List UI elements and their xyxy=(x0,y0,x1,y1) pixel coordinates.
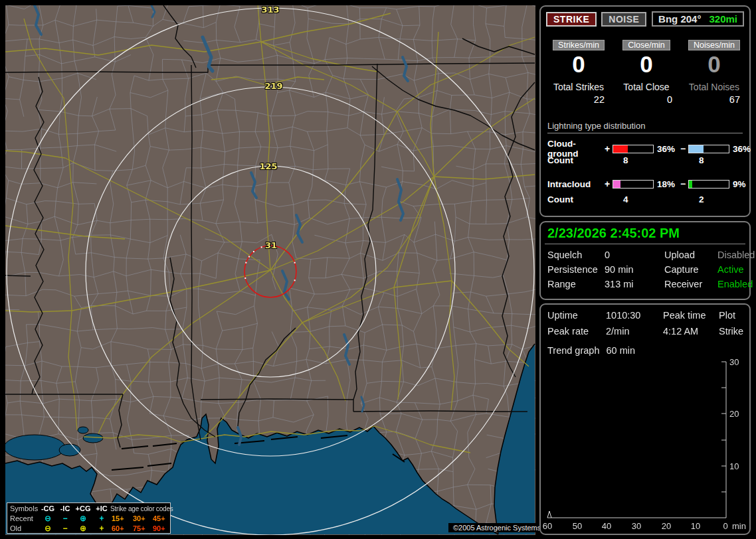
legend-col-pos-ic: +IC xyxy=(93,504,110,514)
peak-time-label: Peak time xyxy=(663,310,719,321)
minus-sign: − xyxy=(680,179,688,189)
status-panel: 2/23/2026 2:45:02 PM Squelch 0 Upload Di… xyxy=(539,221,751,300)
plus-sign: + xyxy=(605,143,613,154)
legend-old-label: Old xyxy=(10,524,39,534)
x-tick-20: 20 xyxy=(662,521,671,531)
copyright-notice: ©2005 Astrogenic Systems xyxy=(448,523,545,532)
trend-graph-label: Trend graph xyxy=(547,345,599,356)
ic-minus-bar xyxy=(688,180,729,189)
close-per-min-label: Close/min xyxy=(622,40,670,50)
range-label: Range xyxy=(547,279,605,289)
receiver-status: Enabled xyxy=(717,279,755,289)
recent-neg-cg-icon: ⊖ xyxy=(39,514,57,524)
total-strikes-label: Total Strikes xyxy=(545,82,613,92)
trend-chart: 30 20 10 60 50 40 30 20 10 0 min xyxy=(541,358,749,533)
total-noises-label: Total Noises xyxy=(680,82,748,92)
legend-header-row: Symbols -CG -IC +CG +IC Strike age color… xyxy=(10,504,170,514)
legend-age-header: Strike age color codes xyxy=(110,504,170,514)
intracloud-count-row: Count 4 2 xyxy=(541,194,749,206)
recent-neg-ic-icon: − xyxy=(57,514,73,524)
old-pos-cg-icon: ⊕ xyxy=(73,524,93,534)
ic-minus-pct: 9% xyxy=(729,179,746,189)
legend-recent-row: Recent ⊖ − ⊕ + 15+ 30+ 45+ xyxy=(10,514,170,524)
strike-toggle-button[interactable]: STRIKE xyxy=(546,12,597,27)
x-tick-50: 50 xyxy=(573,521,582,531)
trend-graph-window: 60 min xyxy=(606,345,635,356)
ic-count-label: Count xyxy=(547,194,605,206)
strikes-counter: Strikes/min 0 Total Strikes 22 xyxy=(545,38,613,105)
legend-col-neg-cg: -CG xyxy=(39,504,57,514)
close-per-min-value: 0 xyxy=(613,52,680,77)
cg-count-label: Count xyxy=(547,155,605,167)
cg-plus-count: 8 xyxy=(613,155,654,167)
bearing-label: Bng 204° xyxy=(658,13,701,25)
counters-panel: STRIKE NOISE Bng 204° 320mi Strikes/min … xyxy=(539,5,751,217)
peak-rate-label: Peak rate xyxy=(547,326,606,337)
range-value: 313 mi xyxy=(605,279,664,289)
age-45: 45+ xyxy=(151,514,170,524)
age-30: 30+ xyxy=(132,514,151,524)
cg-minus-count: 8 xyxy=(688,155,729,167)
rate-counters: Strikes/min 0 Total Strikes 22 Close/min… xyxy=(541,27,749,105)
minus-sign: − xyxy=(680,143,688,154)
persistence-label: Persistence xyxy=(547,264,605,275)
ic-plus-bar xyxy=(613,180,654,189)
strikes-per-min-value: 0 xyxy=(545,52,613,77)
recent-pos-ic-icon: + xyxy=(93,514,110,524)
range-ring-label-219: 219 xyxy=(264,81,282,91)
legend-old-row: Old ⊖ − ⊕ + 60+ 75+ 90+ xyxy=(10,524,170,534)
symbols-legend: Symbols -CG -IC +CG +IC Strike age color… xyxy=(7,502,171,534)
distribution-title: Lightning type distribution xyxy=(547,121,743,133)
total-noises-value: 67 xyxy=(680,94,748,105)
x-tick-0: 0 xyxy=(723,521,727,531)
capture-status: Active xyxy=(717,264,755,275)
legend-symbols-header: Symbols xyxy=(10,504,39,514)
close-counter: Close/min 0 Total Close 0 xyxy=(613,38,680,105)
old-neg-cg-icon: ⊖ xyxy=(39,524,57,534)
trend-panel: Uptime 1010:30 Peak time Plot Peak rate … xyxy=(539,303,751,535)
cloud-ground-row: Cloud-ground + 36% − 36% xyxy=(541,139,749,151)
strikes-per-min-label: Strikes/min xyxy=(553,40,605,50)
plus-sign: + xyxy=(605,179,613,189)
x-tick-10: 10 xyxy=(691,521,700,531)
status-grid: Squelch 0 Upload Disabled Persistence 90… xyxy=(541,244,749,295)
y-tick-30: 30 xyxy=(729,358,739,367)
range-ring-label-125: 125 xyxy=(259,161,277,171)
ic-plus-pct: 18% xyxy=(654,179,680,189)
plot-value: Strike xyxy=(719,326,743,337)
legend-col-pos-cg: +CG xyxy=(73,504,93,514)
datetime-display: 2/23/2026 2:45:02 PM xyxy=(541,222,749,244)
bearing-readout: Bng 204° 320mi xyxy=(652,11,744,27)
old-neg-ic-icon: − xyxy=(57,524,73,534)
squelch-value: 0 xyxy=(605,250,664,260)
cg-plus-pct: 36% xyxy=(654,144,680,154)
mode-button-row: STRIKE NOISE Bng 204° 320mi xyxy=(541,7,749,27)
trend-line xyxy=(547,511,551,518)
lightning-map: 313 219 125 31 Symbols -CG -IC +CG +IC S… xyxy=(5,5,535,535)
upload-label: Upload xyxy=(664,250,717,260)
noises-per-min-value: 0 xyxy=(680,52,748,77)
total-strikes-value: 22 xyxy=(545,94,613,105)
noise-toggle-button[interactable]: NOISE xyxy=(601,12,646,27)
capture-label: Capture xyxy=(664,264,717,275)
cg-minus-pct: 36% xyxy=(729,144,751,154)
receiver-label: Receiver xyxy=(664,279,717,289)
y-tick-20: 20 xyxy=(729,409,739,419)
age-60: 60+ xyxy=(110,524,132,534)
age-75: 75+ xyxy=(132,524,151,534)
peak-time-value: 4:12 AM xyxy=(663,326,719,337)
app-root: { "map": { "ring_labels": ["313", "219",… xyxy=(0,0,756,539)
intracloud-label: Intracloud xyxy=(547,179,605,189)
x-tick-30: 30 xyxy=(632,521,641,531)
x-tick-40: 40 xyxy=(602,521,611,531)
uptime-grid: Uptime 1010:30 Peak time Plot Peak rate … xyxy=(541,305,749,337)
cg-minus-bar xyxy=(688,145,729,153)
ic-minus-count: 2 xyxy=(688,194,729,206)
plot-label: Plot xyxy=(719,310,743,321)
uptime-value: 1010:30 xyxy=(606,310,663,321)
uptime-label: Uptime xyxy=(547,310,606,321)
upload-status: Disabled xyxy=(717,250,755,260)
x-axis-unit: min xyxy=(732,521,746,531)
noises-counter: Noises/min 0 Total Noises 67 xyxy=(680,38,748,105)
range-ring-label-313: 313 xyxy=(261,5,279,15)
